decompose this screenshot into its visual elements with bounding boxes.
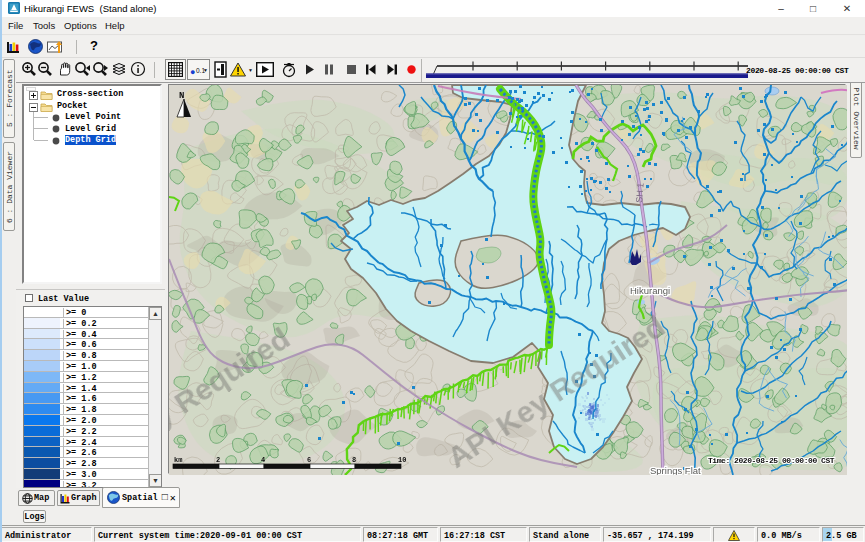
svg-text:Time: 2020-08-25 00:00:00 CST: Time: 2020-08-25 00:00:00 CST (708, 456, 835, 465)
svg-text:SH 1: SH 1 (634, 182, 646, 203)
svg-text:6: 6 (307, 456, 311, 464)
svg-text:km: km (174, 456, 182, 464)
svg-text:10: 10 (398, 456, 406, 464)
svg-text:Springs Flat: Springs Flat (650, 465, 701, 475)
svg-text:4: 4 (261, 456, 265, 464)
svg-text:8: 8 (352, 456, 356, 464)
svg-text:2: 2 (216, 456, 220, 464)
svg-text:Hikurangi: Hikurangi (630, 285, 670, 296)
